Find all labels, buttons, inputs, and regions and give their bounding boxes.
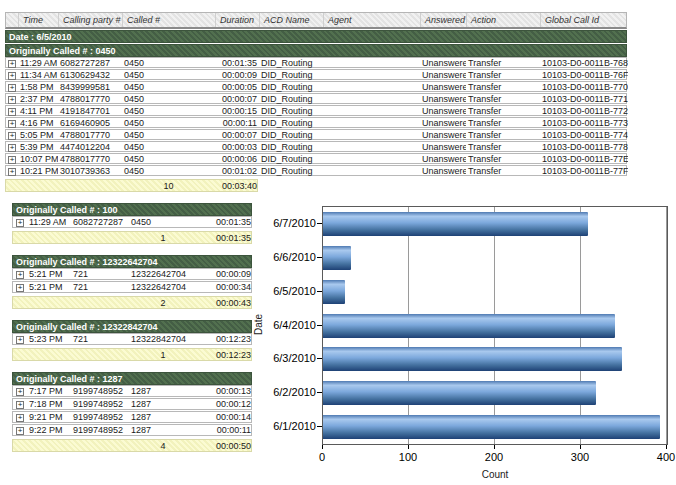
call-row: +7:18 PM9199748952128700:00:12: [12, 398, 252, 410]
y-tick-label: 6/2/2010: [258, 386, 316, 398]
summary-total: 00:12:23: [197, 350, 253, 360]
expand-cell: +: [13, 412, 27, 422]
grouped-call-tables: Originally Called # : 100+11:29 AM608272…: [12, 202, 252, 463]
cell-0: 7:18 PM: [27, 399, 71, 409]
expand-row-icon[interactable]: +: [16, 336, 24, 344]
cell-4: DID_Routing: [259, 94, 323, 104]
expand-row-icon[interactable]: +: [16, 414, 24, 422]
cell-6: Unanswered: [420, 142, 466, 152]
column-header-calling[interactable]: Calling party #: [58, 13, 122, 27]
cell-0: 1:58 PM: [18, 82, 58, 92]
cell-1: 6082727287: [58, 58, 122, 68]
column-header-global[interactable]: Global Call Id: [540, 13, 628, 27]
cell-1: 4474012204: [58, 142, 122, 152]
cell-2: 0450: [122, 142, 215, 152]
cell-0: 10:07 PM: [18, 154, 58, 164]
summary-total: 00:00:50: [197, 441, 253, 451]
cell-4: DID_Routing: [259, 142, 323, 152]
expand-row-icon[interactable]: +: [8, 132, 16, 140]
report-page: TimeCalling party #Called #DurationACD N…: [0, 0, 676, 485]
cell-1: 721: [71, 282, 129, 292]
expand-row-icon[interactable]: +: [16, 219, 24, 227]
cell-0: 9:21 PM: [27, 412, 71, 422]
cell-4: DID_Routing: [259, 166, 323, 176]
y-tick-label: 6/4/2010: [258, 319, 316, 331]
count-bar: [323, 381, 596, 405]
cell-0: 11:29 AM: [27, 217, 71, 227]
column-header-acd[interactable]: ACD Name: [259, 13, 323, 27]
column-header-time[interactable]: Time: [18, 13, 58, 27]
called-group-band: Originally Called # : 0450: [5, 44, 627, 57]
summary-count: 1: [129, 350, 197, 360]
cell-0: 4:11 PM: [18, 106, 58, 116]
called-number-group: Originally Called # : 100+11:29 AM608272…: [12, 203, 252, 244]
call-detail-table: TimeCalling party #Called #DurationACD N…: [5, 12, 627, 192]
cell-1: 9199748952: [71, 386, 129, 396]
cell-4: DID_Routing: [259, 82, 323, 92]
column-header-answered[interactable]: Answered: [420, 13, 466, 27]
cell-1: 4191847701: [58, 106, 122, 116]
cell-2: 12322842704: [129, 334, 197, 344]
expand-row-icon[interactable]: +: [16, 284, 24, 292]
column-header-called[interactable]: Called #: [122, 13, 215, 27]
cell-3: 00:01:35: [197, 217, 253, 227]
call-row: +9:22 PM9199748952128700:00:11: [12, 424, 252, 436]
expand-row-icon[interactable]: +: [8, 168, 16, 176]
expand-row-icon[interactable]: +: [8, 108, 16, 116]
count-bar: [323, 314, 615, 338]
cell-3: 00:12:23: [197, 334, 253, 344]
call-rows: +11:29 AM6082727287045000:01:35DID_Routi…: [5, 57, 627, 176]
cell-3: 00:01:02: [215, 166, 259, 176]
expand-cell: +: [13, 217, 27, 227]
cell-7: Transfer: [466, 166, 540, 176]
cell-0: 7:17 PM: [27, 386, 71, 396]
cell-3: 00:00:09: [197, 269, 253, 279]
cell-2: 0450: [122, 82, 215, 92]
cell-3: 00:00:05: [215, 82, 259, 92]
called-number-group: Originally Called # : 1287+7:17 PM919974…: [12, 372, 252, 452]
summary-count: 2: [129, 298, 197, 308]
expand-row-icon[interactable]: +: [16, 271, 24, 279]
cell-6: Unanswered: [420, 106, 466, 116]
summary-total: 00:00:43: [197, 298, 253, 308]
cell-2: 0450: [122, 154, 215, 164]
y-tick-mark: [317, 426, 322, 427]
cell-8: 10103-D0-0011B-771: [540, 94, 628, 104]
expand-cell: +: [13, 425, 27, 435]
x-tick-label: 200: [474, 451, 514, 463]
cell-1: 4788017770: [58, 94, 122, 104]
cell-0: 9:22 PM: [27, 425, 71, 435]
cell-3: 00:00:07: [215, 130, 259, 140]
expand-row-icon[interactable]: +: [8, 156, 16, 164]
expand-row-icon[interactable]: +: [8, 84, 16, 92]
expand-row-icon[interactable]: +: [16, 388, 24, 396]
count-bar: [323, 212, 588, 236]
cell-2: 12322642704: [129, 269, 197, 279]
x-tick-label: 300: [560, 451, 600, 463]
expand-row-icon[interactable]: +: [8, 120, 16, 128]
cell-6: Unanswered: [420, 130, 466, 140]
column-header-agent[interactable]: Agent: [323, 13, 420, 27]
call-row: +7:17 PM9199748952128700:00:13: [12, 385, 252, 397]
expand-row-icon[interactable]: +: [16, 427, 24, 435]
group-summary-row: 400:00:50: [12, 439, 252, 452]
expand-row-icon[interactable]: +: [16, 401, 24, 409]
cell-2: 0450: [122, 70, 215, 80]
y-tick-label: 6/5/2010: [258, 285, 316, 297]
group-summary-row: 100:12:23: [12, 348, 252, 361]
expand-row-icon[interactable]: +: [8, 144, 16, 152]
expand-row-icon[interactable]: +: [8, 96, 16, 104]
expand-row-icon[interactable]: +: [8, 72, 16, 80]
column-header-action[interactable]: Action: [466, 13, 540, 27]
column-header-duration[interactable]: Duration: [215, 13, 259, 27]
summary-count: 1: [129, 233, 197, 243]
cell-7: Transfer: [466, 106, 540, 116]
expand-row-icon[interactable]: +: [8, 60, 16, 68]
expand-cell: +: [6, 58, 18, 68]
y-tick-mark: [317, 257, 322, 258]
summary-total: 00:01:35: [197, 233, 253, 243]
x-tick-label: 100: [388, 451, 428, 463]
cell-7: Transfer: [466, 58, 540, 68]
cell-0: 4:16 PM: [18, 118, 58, 128]
call-row: +10:07 PM4788017770045000:00:06DID_Routi…: [5, 153, 627, 164]
